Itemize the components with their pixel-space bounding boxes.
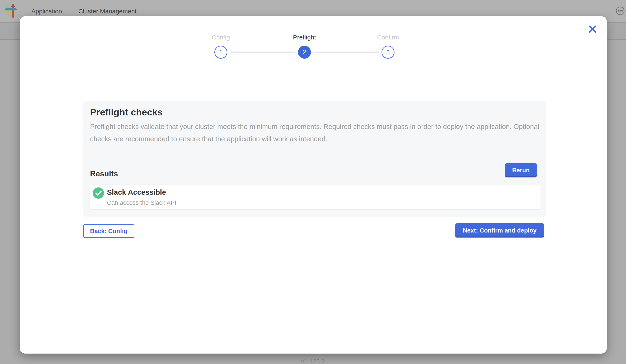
overflow-menu-icon[interactable] [616,6,625,15]
step-connector [314,52,379,53]
close-icon[interactable] [587,24,598,34]
step-circle-1[interactable]: 1 [214,46,227,59]
preflight-modal: Config Preflight Confirm 1 2 3 Preflight… [20,16,607,354]
app-logo-icon [4,3,17,20]
step-connector [230,52,295,53]
result-row: Slack Accessible Can access the Slack AP… [90,185,541,209]
step-label-confirm: Confirm [357,34,419,41]
step-label-config: Config [190,34,252,41]
card-title: Preflight checks [90,107,163,118]
results-heading: Results [90,169,118,178]
check-circle-icon [93,187,104,199]
rerun-button[interactable]: Rerun [505,163,537,177]
card-description: Preflight checks validate that your clus… [90,120,540,145]
back-config-button[interactable]: Back: Config [83,224,134,238]
result-title: Slack Accessible [107,188,166,197]
next-confirm-deploy-button[interactable]: Next: Confirm and deploy [455,223,544,237]
step-label-preflight: Preflight [273,34,336,41]
app-version-text: v1.125.2 [0,358,626,364]
page: Application Cluster Management v1.125.2 … [0,0,626,364]
step-circle-2[interactable]: 2 [298,46,311,59]
step-circle-3[interactable]: 3 [382,46,394,59]
result-detail: Can access the Slack API [107,199,176,206]
preflight-checks-card: Preflight checks Preflight checks valida… [83,101,547,217]
